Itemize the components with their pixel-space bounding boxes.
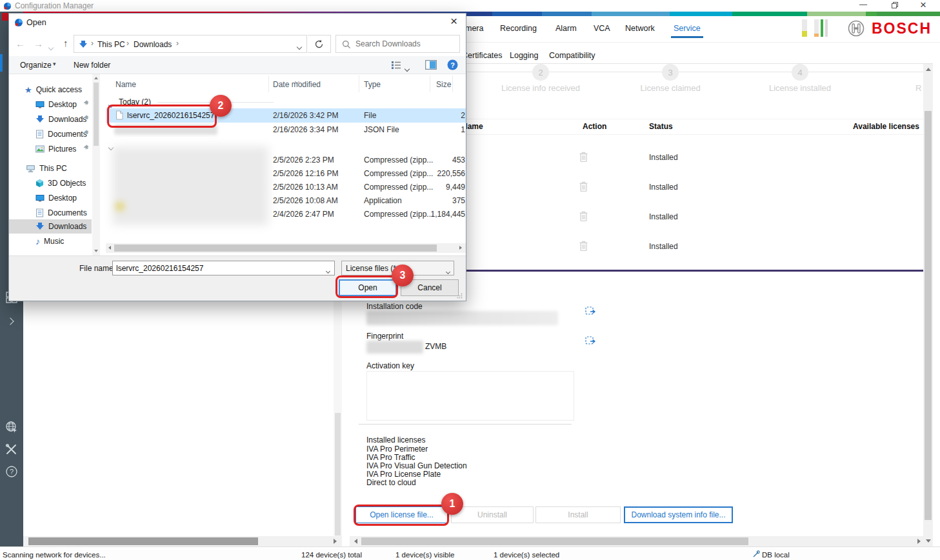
delete-license-icon[interactable] bbox=[579, 210, 588, 222]
delete-license-icon[interactable] bbox=[579, 151, 588, 163]
tools-icon[interactable] bbox=[5, 443, 18, 456]
file-date: 2/5/2026 10:13 AM bbox=[273, 183, 338, 192]
nav-documents-pinned[interactable]: Documents bbox=[35, 128, 87, 141]
nav-up-button[interactable]: ↑ bbox=[63, 37, 68, 48]
nav-downloads[interactable]: Downloads bbox=[35, 220, 86, 233]
nav-back-button[interactable]: ← bbox=[15, 38, 25, 49]
help-icon[interactable]: ? bbox=[5, 465, 18, 478]
close-button[interactable]: × bbox=[920, 0, 926, 12]
main-hscroll-left-arrow[interactable] bbox=[354, 539, 357, 544]
resize-grip[interactable] bbox=[457, 293, 463, 299]
view-list-icon[interactable] bbox=[391, 61, 401, 70]
list-hscroll-right[interactable] bbox=[459, 246, 462, 250]
refresh-icon bbox=[314, 39, 324, 49]
dialog-help-icon[interactable]: ? bbox=[447, 59, 458, 70]
tree-hscroll-right-arrow[interactable] bbox=[334, 539, 337, 544]
address-dropdown-icon[interactable] bbox=[297, 42, 301, 51]
subtab-logging[interactable]: Logging bbox=[510, 51, 539, 60]
file-row[interactable]: 2/5/2026 12:16 PM Compressed (zipp... 22… bbox=[106, 166, 466, 180]
copy-installation-code-icon[interactable] bbox=[585, 306, 596, 317]
nav-downloads-pinned[interactable]: Downloads bbox=[35, 113, 86, 126]
uninstall-button[interactable]: Uninstall bbox=[451, 506, 534, 523]
delete-license-icon[interactable] bbox=[579, 181, 588, 192]
status-db: DB local bbox=[762, 551, 790, 559]
breadcrumb-downloads[interactable]: Downloads bbox=[134, 40, 172, 49]
col-header-action[interactable]: Action bbox=[583, 122, 606, 131]
nav-this-pc[interactable]: This PC bbox=[26, 162, 67, 175]
activation-key-input[interactable] bbox=[366, 371, 574, 421]
dialog-close-button[interactable]: × bbox=[450, 14, 457, 28]
preview-pane-icon[interactable] bbox=[425, 60, 437, 70]
downloads-icon bbox=[35, 115, 45, 124]
file-row[interactable]: 2/5/2026 10:08 AM Application 375 bbox=[106, 194, 466, 207]
nav-scroll-up[interactable] bbox=[94, 77, 98, 79]
nav-documents[interactable]: Documents bbox=[35, 206, 87, 219]
tab-recording[interactable]: Recording bbox=[500, 24, 537, 33]
address-bar[interactable]: › This PC › Downloads › bbox=[74, 35, 307, 53]
download-system-info-button[interactable]: Download system info file... bbox=[624, 506, 733, 523]
nav-label: Documents bbox=[48, 208, 87, 217]
tab-alarm[interactable]: Alarm bbox=[555, 24, 577, 33]
scroll-down-arrow[interactable] bbox=[926, 539, 931, 543]
col-header-status[interactable]: Status bbox=[649, 122, 673, 131]
file-col-size[interactable]: Size bbox=[436, 80, 451, 89]
install-button[interactable]: Install bbox=[535, 506, 621, 523]
new-folder-button[interactable]: New folder bbox=[74, 61, 110, 70]
file-name-input[interactable] bbox=[115, 262, 321, 274]
copy-fingerprint-icon[interactable] bbox=[585, 336, 596, 347]
organize-menu[interactable]: Organize bbox=[20, 61, 52, 70]
list-horizontal-scrollbar-thumb[interactable] bbox=[114, 245, 437, 252]
nav-pictures-pinned[interactable]: Pictures bbox=[35, 143, 76, 155]
rail-blue-indicator bbox=[0, 54, 3, 72]
file-row[interactable]: 2/4/2026 2:47 PM Compressed (zipp... 1,1… bbox=[106, 207, 466, 221]
pictures-icon bbox=[35, 145, 45, 153]
file-col-name[interactable]: Name bbox=[115, 80, 136, 89]
subtab-certificates[interactable]: Certificates bbox=[462, 51, 503, 60]
nav-music[interactable]: ♪ Music bbox=[35, 235, 64, 248]
nav-quick-access[interactable]: ★ Quick access bbox=[25, 83, 82, 96]
search-box[interactable] bbox=[335, 35, 460, 53]
main-horizontal-scrollbar-thumb[interactable] bbox=[361, 537, 748, 545]
installation-code-value-redacted bbox=[366, 311, 558, 325]
tab-vca[interactable]: VCA bbox=[594, 24, 610, 33]
tree-horizontal-scrollbar-thumb[interactable] bbox=[28, 537, 258, 545]
status-scanning: Scanning network for devices... bbox=[3, 551, 106, 559]
restore-button[interactable] bbox=[892, 2, 898, 8]
tree-vertical-scrollbar-thumb[interactable] bbox=[335, 413, 341, 535]
collapse-panel-icon[interactable] bbox=[8, 317, 13, 326]
wizard-step-3-num: 3 bbox=[668, 68, 672, 77]
annotation-box-step1 bbox=[354, 505, 449, 526]
license-status: Installed bbox=[649, 212, 678, 221]
file-name-input-box[interactable] bbox=[112, 261, 335, 275]
subtab-compatibility[interactable]: Compatibility bbox=[549, 51, 595, 60]
nav-3d-objects[interactable]: 3D Objects bbox=[35, 177, 86, 190]
breadcrumb-this-pc[interactable]: This PC bbox=[97, 40, 125, 49]
nav-scroll-down[interactable] bbox=[94, 250, 98, 252]
main-hscroll-right-arrow[interactable] bbox=[917, 539, 921, 544]
view-options-caret-icon[interactable] bbox=[405, 64, 409, 73]
file-row[interactable]: 2/5/2026 10:13 AM Compressed (zipp... 9,… bbox=[106, 180, 466, 194]
file-name-dropdown-icon[interactable] bbox=[326, 266, 330, 275]
tab-service[interactable]: Service bbox=[674, 24, 701, 33]
refresh-button[interactable] bbox=[308, 35, 331, 53]
network-scan-icon[interactable] bbox=[5, 421, 18, 434]
wizard-step-2-label: License info received bbox=[501, 83, 580, 93]
nav-history-dropdown[interactable] bbox=[49, 43, 53, 52]
file-row[interactable]: 2/5/2026 2:23 PM Compressed (zipp... 453 bbox=[106, 153, 466, 166]
file-col-date[interactable]: Date modified bbox=[273, 80, 321, 89]
nav-desktop-pinned[interactable]: Desktop bbox=[35, 98, 77, 111]
minimize-button[interactable]: — bbox=[859, 0, 867, 9]
scroll-up-arrow[interactable] bbox=[926, 68, 931, 71]
nav-forward-button[interactable]: → bbox=[34, 38, 43, 49]
nav-scrollbar-thumb[interactable] bbox=[94, 83, 99, 146]
organize-caret-icon: ▾ bbox=[53, 61, 56, 67]
nav-desktop[interactable]: Desktop bbox=[35, 192, 77, 205]
music-icon: ♪ bbox=[35, 236, 40, 246]
delete-license-icon[interactable] bbox=[579, 240, 588, 252]
list-hscroll-left[interactable] bbox=[108, 246, 111, 250]
main-vertical-scrollbar-thumb[interactable] bbox=[925, 111, 932, 520]
tab-network[interactable]: Network bbox=[625, 24, 655, 33]
search-input[interactable] bbox=[354, 37, 456, 51]
col-header-available[interactable]: Available licenses bbox=[853, 122, 919, 131]
file-col-type[interactable]: Type bbox=[364, 80, 381, 89]
